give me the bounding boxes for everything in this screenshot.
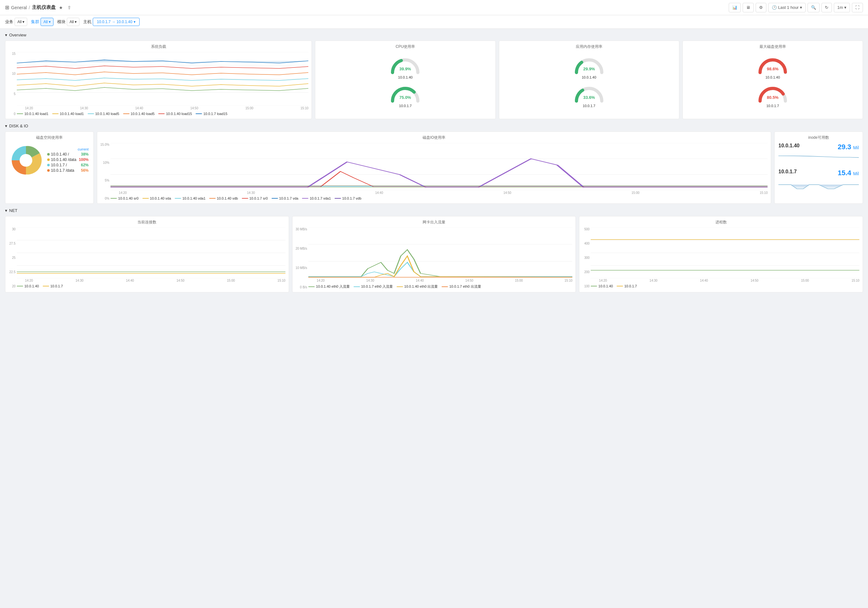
- process-chart-area: 500 400 300 200 100: [583, 227, 859, 288]
- legend-item: 10.0.1.7 eth0 出流量: [442, 284, 481, 289]
- cpu-gauge-1-host: 10.0.1.40: [398, 75, 413, 79]
- svg-text:33.6%: 33.6%: [583, 95, 595, 100]
- net-title: NET: [9, 208, 17, 213]
- svg-point-11: [20, 154, 32, 166]
- tv-mode-button[interactable]: 🖥: [742, 3, 754, 12]
- connections-y-axis: 30 27.5 25 22.5 20: [9, 227, 16, 288]
- cpu-gauge-2: 75.0% 10.0.1.7: [389, 84, 421, 108]
- net-grid: 当前连接数 30 27.5 25 22.5 20: [5, 216, 863, 292]
- system-load-panel: 系统负载 15 10 5 0: [5, 40, 312, 119]
- star-button[interactable]: ★: [57, 5, 64, 11]
- overview-chevron-icon: ▾: [5, 33, 7, 37]
- cluster-chevron-icon: ▾: [49, 20, 51, 24]
- legend-color: [195, 114, 202, 114]
- zoom-out-button[interactable]: 🔍: [808, 3, 820, 12]
- legend-item: 10.0.1.7 vdb: [335, 196, 361, 200]
- module-value: All: [70, 20, 74, 24]
- page-title: 主机仪表盘: [32, 5, 56, 11]
- main-content: ▾ Overview 系统负载 15 10 5 0: [0, 29, 868, 296]
- disk-io-chart-area: 15.0% 10% 5% 0%: [100, 143, 768, 200]
- cpu-gauge-1: 39.9% 10.0.1.40: [389, 55, 421, 79]
- connections-x-axis: 14:20 14:30 14:40 14:50 15:00 15:10: [17, 279, 285, 282]
- legend-item: 10.0.1.40 load15: [158, 112, 192, 116]
- inode-row-2: 10.0.1.7 15.4 Mil: [778, 169, 859, 177]
- disk-io-grid: 磁盘空间使用率 current 10.0.1.: [5, 132, 863, 204]
- svg-text:39.9%: 39.9%: [400, 67, 411, 71]
- cluster-label: 集群: [31, 19, 39, 25]
- connections-panel: 当前连接数 30 27.5 25 22.5 20: [5, 216, 289, 292]
- legend-item: 10.0.1.40 vda: [143, 196, 171, 200]
- refresh-button[interactable]: ↻: [822, 3, 832, 12]
- host-select[interactable]: 10.0.1.7 → 10.0.1.40 ▾: [93, 18, 140, 26]
- time-range-button[interactable]: 🕐 Last 1 hour ▾: [768, 3, 806, 12]
- legend-item: 10.0.1.7: [617, 284, 637, 288]
- share-button[interactable]: ⇧: [66, 5, 73, 11]
- overview-title: Overview: [9, 33, 26, 37]
- disk-space-chart: current 10.0.1.40 / 38% 10.0.1.40 /data …: [9, 143, 90, 178]
- fullscreen-button[interactable]: ⛶: [852, 3, 863, 12]
- legend-row: 10.0.1.7 / 62%: [47, 163, 88, 167]
- cpu-gauges: 39.9% 10.0.1.40 75.0% 10.0.1.7: [318, 52, 492, 108]
- service-value: All: [17, 20, 22, 24]
- module-select[interactable]: All ▾: [67, 18, 79, 26]
- mem-panel: 应用内存使用率 29.9% 10.0.1.40 33.6%: [499, 40, 679, 119]
- disk-io-section-header[interactable]: ▾ DISK & IO: [5, 124, 863, 128]
- cpu-gauge-2-host: 10.0.1.7: [399, 104, 412, 108]
- module-filter: 模块 All ▾: [57, 18, 79, 26]
- disk-gauge-1-host: 10.0.1.40: [766, 75, 780, 79]
- legend-item: 10.0.1.40 load1: [52, 112, 84, 116]
- legend-item: 10.0.1.40 eth0 入流量: [308, 284, 349, 289]
- disk-gauge-title: 最大磁盘使用率: [686, 44, 859, 50]
- top-header: ⊞ General / 主机仪表盘 ★ ⇧ 📊 🖥 ⚙ 🕐 Last 1 hou…: [0, 0, 868, 15]
- zoom-out-icon: 🔍: [811, 5, 816, 10]
- module-label: 模块: [57, 19, 65, 25]
- traffic-chart-area: 30 MB/s 20 MB/s 10 MB/s 0 B/s: [296, 227, 573, 289]
- disk-io-x-axis: 14:20 14:30 14:40 14:50 15:00 15:10: [110, 191, 768, 194]
- inode-sparkline-1: [778, 153, 859, 166]
- settings-button[interactable]: ⚙: [756, 3, 766, 12]
- clock-icon: 🕐: [772, 5, 777, 10]
- traffic-title: 网卡出入流量: [296, 219, 573, 225]
- disk-gauges: 98.6% 10.0.1.40 80.5% 10.0.1.7: [686, 52, 859, 108]
- disk-io-legend: 10.0.1.40 sr0 10.0.1.40 vda 10.0.1.40 vd…: [110, 196, 768, 200]
- legend-item: 10.0.1.40 load5: [88, 112, 119, 116]
- svg-text:75.0%: 75.0%: [400, 95, 411, 100]
- legend-color: [123, 114, 129, 114]
- connections-chart: 14:20 14:30 14:40 14:50 15:00 15:10 10.0…: [17, 227, 285, 288]
- disk-io-title: DISK & IO: [9, 124, 28, 128]
- connections-title: 当前连接数: [9, 219, 285, 225]
- net-chevron-icon: ▾: [5, 208, 7, 213]
- disk-space-panel: 磁盘空间使用率 current 10.0.1.: [5, 132, 94, 204]
- module-chevron-icon: ▾: [75, 20, 77, 24]
- service-select[interactable]: All ▾: [15, 18, 27, 26]
- connections-legend: 10.0.1.40 10.0.1.7: [17, 284, 285, 288]
- legend-item: 10.0.1.7 load15: [195, 112, 227, 116]
- cpu-title: CPU使用率: [318, 44, 492, 50]
- mem-gauge-2: 33.6% 10.0.1.7: [573, 84, 605, 108]
- mem-gauge-1: 29.9% 10.0.1.40: [573, 55, 605, 79]
- process-panel: 进程数 500 400 300 200 100: [579, 216, 863, 292]
- disk-io-y-axis: 15.0% 10% 5% 0%: [100, 143, 109, 200]
- overview-section-header[interactable]: ▾ Overview: [5, 33, 863, 37]
- refresh-icon: ↻: [825, 5, 828, 10]
- disk-gauge-1: 98.6% 10.0.1.40: [757, 55, 789, 79]
- legend-color: [52, 114, 59, 114]
- mem-title: 应用内存使用率: [502, 44, 676, 50]
- filter-bar: 业务 All ▾ 集群 All ▾ 模块 All ▾ 主机 10.0.1.7 →…: [0, 15, 868, 29]
- system-load-chart: 14:20 14:30 14:40 14:50 15:00 15:10 10.0…: [17, 52, 308, 116]
- process-x-axis: 14:20 14:30 14:40 14:50 15:00 15:10: [591, 279, 859, 282]
- cluster-select[interactable]: All ▾: [40, 18, 53, 26]
- inode-panel: inode可用数 10.0.1.40 29.3 Mil 10.0.1.7: [774, 132, 863, 204]
- breadcrumb-general: General: [11, 5, 27, 10]
- cluster-value: All: [43, 20, 48, 24]
- traffic-y-axis: 30 MB/s 20 MB/s 10 MB/s 0 B/s: [296, 227, 307, 289]
- add-panel-icon: 📊: [732, 5, 737, 10]
- breadcrumb-sep: /: [29, 5, 30, 10]
- interval-button[interactable]: 1m ▾: [834, 3, 850, 12]
- interval-label: 1m: [837, 5, 843, 10]
- svg-text:80.5%: 80.5%: [767, 95, 778, 100]
- legend-item: 10.0.1.40 eth0 出流量: [397, 284, 438, 289]
- add-panel-button[interactable]: 📊: [729, 3, 741, 12]
- inode-value-1: 29.3 Mil: [838, 143, 859, 151]
- net-section-header[interactable]: ▾ NET: [5, 208, 863, 213]
